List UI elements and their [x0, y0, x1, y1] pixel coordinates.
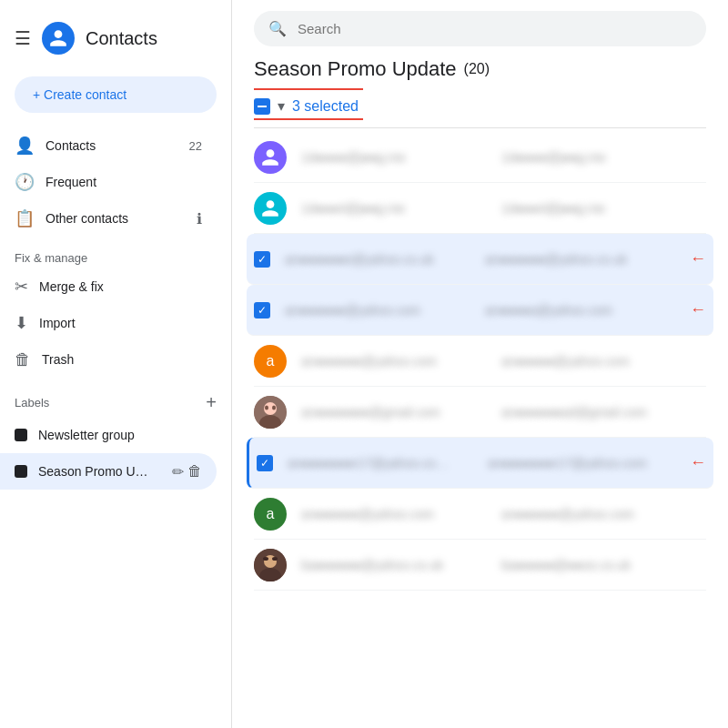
search-bar: 🔍 [254, 11, 706, 46]
contact-email-secondary: 1d●●●4@j●●g.me [501, 201, 605, 216]
svg-point-5 [272, 405, 276, 410]
import-icon: ⬇ [15, 313, 28, 333]
avatar [254, 549, 287, 581]
sidebar-item-contacts[interactable]: 👤 Contacts 22 [0, 127, 217, 164]
contact-email-primary: an●●●●●●e@yahoo.co.uk [285, 252, 485, 267]
contact-email-primary: an●●●●●●●@gmail.com [301, 405, 501, 420]
sidebar-item-import[interactable]: ⬇ Import [0, 305, 217, 341]
page-title: Season Promo Update (20) [254, 57, 706, 81]
label-actions: ✏ 🗑 [172, 463, 202, 480]
avatar [254, 141, 287, 174]
contact-email-secondary: ba●●●●●@●●oo.co.uk [501, 558, 631, 572]
label-item-newsletter[interactable]: Newsletter group [0, 417, 217, 453]
select-all-checkbox[interactable] [254, 98, 270, 115]
other-contacts-icon: 📋 [15, 208, 35, 228]
contact-row[interactable]: a an●●●●●●@yahoo.com an●●●●●@yahoo.com [254, 336, 706, 387]
sidebar-item-other-contacts[interactable]: 📋 Other contacts ℹ [0, 200, 217, 237]
title-underline [254, 88, 363, 90]
contact-info: 1d●●●●@j●●g.me 1d●●●●@j●●g.me [301, 150, 706, 165]
contact-email-secondary: ar●●●●●●@yahoo.com [501, 507, 634, 521]
contact-row[interactable]: an●●●●●●@yahoo.com an●●●●a@yahoo.com ← [247, 285, 713, 336]
search-input[interactable] [298, 21, 692, 36]
trash-icon: 🗑 [15, 350, 31, 369]
sidebar-item-merge[interactable]: ✂ Merge & fix [0, 268, 217, 305]
contact-info: ar●●●●●●●r17@yahoo.co… ar●●●●●●●r17@yaho… [288, 456, 675, 470]
selection-bar: ▾ 3 selected [254, 97, 706, 115]
contact-email-primary: ar●●●●●●@yahoo.com [301, 507, 501, 521]
contact-row[interactable]: 1d●●●●@j●●g.me 1d●●●●@j●●g.me [254, 132, 706, 183]
main-content: 🔍 Season Promo Update (20) ▾ 3 selected … [232, 0, 728, 728]
avatar [254, 396, 287, 429]
contact-info: an●●●●●●@yahoo.com an●●●●●@yahoo.com [301, 354, 706, 369]
contact-checkbox[interactable] [254, 251, 270, 268]
contact-email-secondary: an●●●●●●@yahoo.co.uk [485, 252, 627, 267]
sidebar-header: ☰ Contacts [0, 15, 231, 69]
contact-row[interactable]: ar●●●●●●●r17@yahoo.co… ar●●●●●●●r17@yaho… [247, 438, 713, 489]
contact-info: an●●●●●●@yahoo.com an●●●●a@yahoo.com [285, 303, 675, 318]
svg-point-10 [272, 557, 278, 561]
contact-info: 1d●●●4@j●●g.me 1d●●●4@j●●g.me [301, 201, 706, 216]
contact-info: an●●●●●●●@gmail.com an●●●●●●ad@gmail.com [301, 405, 706, 420]
create-contact-button[interactable]: + Create contact [15, 76, 217, 113]
sidebar: ☰ Contacts + Create contact 👤 Contacts 2… [0, 0, 232, 728]
contact-email-secondary: an●●●●●●ad@gmail.com [501, 405, 647, 420]
fix-manage-label: Fix & manage [0, 237, 231, 268]
add-label-button[interactable]: + [206, 392, 217, 413]
arrow-indicator: ← [690, 249, 706, 268]
avatar [254, 192, 287, 225]
contact-email-primary: 1d●●●●@j●●g.me [301, 150, 501, 165]
arrow-indicator: ← [690, 453, 706, 472]
info-icon[interactable]: ℹ [197, 210, 202, 228]
content-area: Season Promo Update (20) ▾ 3 selected 1d… [232, 57, 728, 728]
app-icon [42, 22, 75, 55]
contact-row[interactable]: an●●●●●●e@yahoo.co.uk an●●●●●●@yahoo.co.… [247, 234, 713, 285]
hamburger-icon[interactable]: ☰ [15, 27, 31, 49]
frequent-icon: 🕐 [15, 172, 35, 192]
contact-row[interactable]: a ar●●●●●●@yahoo.com ar●●●●●●@yahoo.com [254, 489, 706, 540]
contact-email-primary: ba●●●●●●@yahoo.co.uk [301, 558, 501, 572]
contact-email-secondary: an●●●●●@yahoo.com [501, 354, 630, 369]
contact-email-primary: 1d●●●4@j●●g.me [301, 201, 501, 216]
contact-email-primary: an●●●●●●@yahoo.com [285, 303, 485, 318]
contact-list: 1d●●●●@j●●g.me 1d●●●●@j●●g.me 1d●●●4@j●●… [254, 132, 706, 591]
contact-email-primary: an●●●●●●@yahoo.com [301, 354, 501, 369]
svg-point-9 [263, 557, 268, 561]
delete-label-icon[interactable]: 🗑 [187, 463, 202, 480]
selected-underline [254, 118, 363, 120]
merge-icon: ✂ [15, 277, 28, 297]
contact-checkbox[interactable] [254, 302, 270, 318]
contact-row[interactable]: an●●●●●●●@gmail.com an●●●●●●ad@gmail.com [254, 387, 706, 438]
contact-email-secondary: 1d●●●●@j●●g.me [501, 150, 606, 165]
contacts-icon: 👤 [15, 136, 35, 156]
label-item-season[interactable]: Season Promo U… ✏ 🗑 [0, 453, 217, 490]
label-dot [15, 465, 27, 478]
contact-info: an●●●●●●e@yahoo.co.uk an●●●●●●@yahoo.co.… [285, 252, 675, 267]
app-title: Contacts [86, 28, 157, 49]
sidebar-item-frequent[interactable]: 🕐 Frequent [0, 164, 217, 200]
contact-email-secondary: ar●●●●●●●r17@yahoo.com [488, 456, 647, 470]
contact-email-primary: ar●●●●●●●r17@yahoo.co… [288, 456, 488, 470]
contact-row[interactable]: 1d●●●4@j●●g.me 1d●●●4@j●●g.me [254, 183, 706, 234]
contact-checkbox[interactable] [257, 455, 273, 471]
contact-email-secondary: an●●●●a@yahoo.com [485, 303, 612, 318]
label-dot [15, 429, 27, 441]
edit-label-icon[interactable]: ✏ [172, 463, 184, 480]
main-nav: 👤 Contacts 22 🕐 Frequent 📋 Other contact… [0, 127, 231, 237]
contact-info: ar●●●●●●@yahoo.com ar●●●●●●@yahoo.com [301, 507, 706, 521]
sidebar-item-trash[interactable]: 🗑 Trash [0, 341, 217, 378]
search-icon: 🔍 [268, 20, 287, 37]
avatar: a [254, 345, 287, 378]
arrow-indicator: ← [690, 300, 706, 319]
contact-info: ba●●●●●●@yahoo.co.uk ba●●●●●@●●oo.co.uk [301, 558, 706, 572]
svg-point-4 [265, 405, 268, 410]
dropdown-arrow-icon[interactable]: ▾ [278, 97, 285, 115]
selected-label: 3 selected [292, 98, 359, 115]
labels-header: Labels + [0, 378, 231, 417]
divider [254, 127, 706, 128]
contact-row[interactable]: ba●●●●●●@yahoo.co.uk ba●●●●●@●●oo.co.uk [254, 540, 706, 591]
avatar: a [254, 498, 287, 531]
